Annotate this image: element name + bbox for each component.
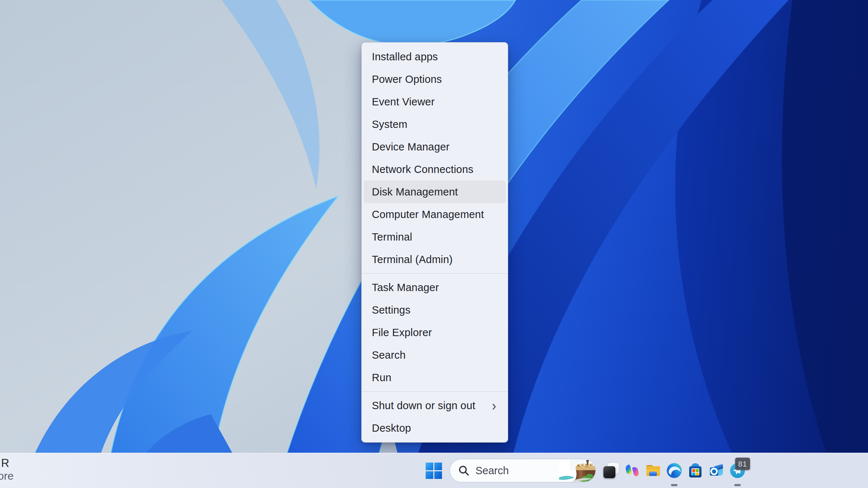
microsoft-store-icon: [687, 462, 704, 479]
copilot-icon: [624, 462, 640, 479]
menu-item-search[interactable]: Search: [364, 344, 506, 366]
menu-item-file-explorer[interactable]: File Explorer: [364, 321, 506, 344]
winx-context-menu: Installed apps Power Options Event Viewe…: [361, 42, 508, 443]
menu-item-desktop[interactable]: Desktop: [364, 417, 506, 439]
search-icon: [458, 465, 470, 476]
copilot-button[interactable]: [622, 453, 643, 488]
menu-item-installed-apps[interactable]: Installed apps: [364, 45, 506, 68]
edge-button[interactable]: [664, 453, 685, 488]
task-view-button[interactable]: [600, 453, 622, 488]
menu-item-disk-management[interactable]: Disk Management: [364, 181, 506, 203]
menu-item-label: Shut down or sign out: [372, 400, 475, 412]
telegram-button[interactable]: 81: [727, 453, 748, 488]
task-view-icon: [603, 462, 619, 479]
menu-item-terminal[interactable]: Terminal: [364, 226, 506, 248]
edge-running-indicator: [671, 484, 678, 486]
fragment-line-1: R: [1, 457, 9, 470]
taskbar: R ore Search: [0, 453, 868, 488]
search-placeholder: Search: [475, 465, 509, 477]
outlook-button[interactable]: [706, 453, 727, 488]
microsoft-store-button[interactable]: [685, 453, 706, 488]
start-button[interactable]: [423, 453, 444, 488]
menu-item-event-viewer[interactable]: Event Viewer: [364, 90, 506, 113]
desktop-screen: Installed apps Power Options Event Viewe…: [0, 0, 868, 488]
fragment-line-2: ore: [0, 470, 13, 482]
outlook-icon: [708, 462, 725, 479]
submenu-chevron-icon: ›: [492, 398, 498, 412]
menu-item-task-manager[interactable]: Task Manager: [364, 276, 506, 299]
telegram-running-indicator: [734, 484, 741, 486]
menu-item-shutdown-signout[interactable]: Shut down or sign out ›: [364, 394, 506, 417]
file-explorer-icon: [645, 462, 662, 479]
file-explorer-button[interactable]: [643, 453, 664, 488]
taskbar-center-group: Search: [423, 453, 748, 488]
menu-item-computer-management[interactable]: Computer Management: [364, 203, 506, 226]
menu-item-network-connections[interactable]: Network Connections: [364, 158, 506, 181]
menu-separator: [362, 391, 508, 392]
menu-separator: [362, 273, 508, 274]
bing-daily-image[interactable]: [559, 459, 595, 482]
taskbar-search-box[interactable]: Search: [449, 459, 596, 483]
menu-item-power-options[interactable]: Power Options: [364, 68, 506, 90]
menu-item-terminal-admin[interactable]: Terminal (Admin): [364, 248, 506, 271]
menu-item-run[interactable]: Run: [364, 366, 506, 389]
edge-icon: [666, 462, 683, 479]
taskbar-left-text-fragment: R ore: [0, 453, 73, 488]
menu-item-device-manager[interactable]: Device Manager: [364, 136, 506, 158]
menu-item-settings[interactable]: Settings: [364, 299, 506, 321]
menu-item-system[interactable]: System: [364, 113, 506, 136]
telegram-unread-badge: 81: [735, 457, 750, 470]
windows-logo-icon: [426, 463, 442, 479]
